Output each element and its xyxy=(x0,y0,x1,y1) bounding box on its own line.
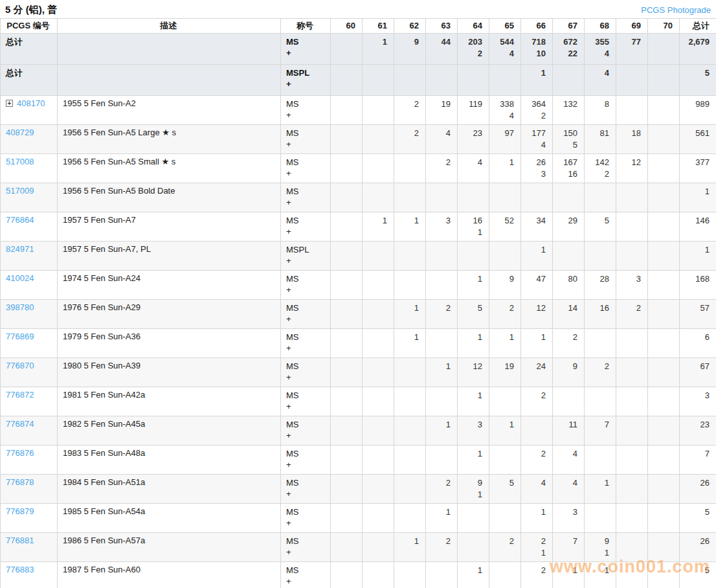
grade-cell-62: 1 xyxy=(394,212,426,242)
grade-cell-70 xyxy=(648,329,680,358)
pcgs-number-link[interactable]: 776878 xyxy=(6,477,34,487)
pcgs-number-link[interactable]: 776870 xyxy=(6,361,34,370)
grade-cell-65 xyxy=(489,504,521,533)
pcgs-number-cell: 517008 xyxy=(1,154,58,183)
description-cell: 1956 5 Fen Sun-A5 Bold Date xyxy=(58,183,281,212)
summary-row: 总计MS+19442032544471810672223554772,679 xyxy=(1,34,716,65)
grade-cell-68: 5 xyxy=(585,212,616,242)
pcgs-number-link[interactable]: 776881 xyxy=(6,536,34,545)
designation-cell: MS+ xyxy=(281,96,331,125)
grade-cell-65: 52 xyxy=(489,212,521,242)
description-cell: 1957 5 Fen Sun-A7, PL xyxy=(58,242,281,271)
grade-cell-67: 3 xyxy=(553,504,585,533)
pcgs-number-link[interactable]: 776872 xyxy=(6,390,34,400)
grade-cell-69 xyxy=(616,387,648,416)
grade-cell-66: 263 xyxy=(521,154,553,183)
total-cell: 1 xyxy=(680,242,716,271)
grade-cell-70 xyxy=(648,96,680,125)
total-cell: 1 xyxy=(680,183,716,212)
pcgs-number-link[interactable]: 776864 xyxy=(6,215,34,225)
description-cell xyxy=(58,65,281,96)
grade-cell-64: 3 xyxy=(458,416,489,446)
pcgs-number-link[interactable]: 776883 xyxy=(6,565,34,574)
grade-cell-70 xyxy=(648,212,680,242)
grade-cell-66: 12 xyxy=(521,300,553,329)
grade-cell-68: 1422 xyxy=(585,154,616,183)
pcgs-number-link[interactable]: 410024 xyxy=(6,273,34,283)
description-cell: 1976 5 Fen Sun-A29 xyxy=(58,300,281,329)
pcgs-number-link[interactable]: 776869 xyxy=(6,332,34,341)
grade-cell-64: 1 xyxy=(458,271,489,300)
pcgs-number-link[interactable]: 408170 xyxy=(17,98,45,108)
grade-cell-63: 1 xyxy=(426,504,458,533)
grade-cell-70 xyxy=(648,271,680,300)
description-cell: 1983 5 Fen Sun-A48a xyxy=(58,446,281,475)
grade-cell-61 xyxy=(363,358,394,387)
pcgs-number-link[interactable]: 824971 xyxy=(6,244,34,254)
pcgs-number-link[interactable]: 408729 xyxy=(6,128,34,137)
grade-cell-68 xyxy=(585,446,616,475)
pcgs-number-link[interactable]: 517008 xyxy=(6,157,34,166)
grade-cell-62: 1 xyxy=(394,329,426,358)
grade-cell-65: 1 xyxy=(489,329,521,358)
grade-cell-61: 1 xyxy=(363,212,394,242)
header-grade-67: 67 xyxy=(553,19,585,34)
grade-cell-62: 1 xyxy=(394,300,426,329)
table-row: +4081701955 5 Fen Sun-A2MS+2191193384364… xyxy=(1,96,716,125)
grade-cell-68: 81 xyxy=(585,125,616,154)
grade-cell-60 xyxy=(331,65,363,96)
pcgs-number-link[interactable]: 776876 xyxy=(6,448,34,458)
pcgs-number-link[interactable]: 398780 xyxy=(6,302,34,312)
grade-cell-63: 1 xyxy=(426,416,458,446)
total-cell: 989 xyxy=(680,96,716,125)
grade-cell-62 xyxy=(394,183,426,212)
expand-icon[interactable]: + xyxy=(6,100,13,107)
grade-cell-69 xyxy=(616,504,648,533)
grade-cell-63 xyxy=(426,271,458,300)
grade-cell-66: 4 xyxy=(521,475,553,504)
grade-cell-65: 2 xyxy=(489,300,521,329)
grade-cell-66: 3642 xyxy=(521,96,553,125)
grade-cell-68: 7 xyxy=(585,416,616,446)
grade-cell-69: 18 xyxy=(616,125,648,154)
grade-cell-65: 5 xyxy=(489,475,521,504)
pcgs-number-link[interactable]: 776874 xyxy=(6,419,34,429)
grade-cell-68: 1 xyxy=(585,475,616,504)
grade-cell-67: 80 xyxy=(553,271,585,300)
pcgs-number-cell: 776870 xyxy=(1,358,58,387)
grade-cell-63: 2 xyxy=(426,533,458,562)
grade-cell-65: 1 xyxy=(489,416,521,446)
total-cell: 5 xyxy=(680,504,716,533)
header-grade-62: 62 xyxy=(394,19,426,34)
grade-cell-65: 2 xyxy=(489,533,521,562)
grade-cell-70 xyxy=(648,562,680,588)
description-cell: 1956 5 Fen Sun-A5 Large ★ s xyxy=(58,125,281,154)
population-table: PCGS 编号描述称号6061626364656667686970总计 总计MS… xyxy=(0,18,716,588)
grade-cell-69 xyxy=(616,212,648,242)
grade-cell-62 xyxy=(394,242,426,271)
grade-cell-70 xyxy=(648,125,680,154)
pcgs-number-cell: 517009 xyxy=(1,183,58,212)
grade-cell-68 xyxy=(585,242,616,271)
pcgs-number-cell: 776881 xyxy=(1,533,58,562)
grade-cell-68: 4 xyxy=(585,65,616,96)
grade-cell-61 xyxy=(363,271,394,300)
table-row: 5170091956 5 Fen Sun-A5 Bold DateMS+1 xyxy=(1,183,716,212)
grade-cell-66 xyxy=(521,416,553,446)
total-cell: 146 xyxy=(680,212,716,242)
grade-cell-68 xyxy=(585,329,616,358)
pcgs-number-link[interactable]: 517009 xyxy=(6,186,34,196)
grade-cell-60 xyxy=(331,358,363,387)
summary-row: 总计MSPL+145 xyxy=(1,65,716,96)
grade-cell-67: 132 xyxy=(553,96,585,125)
pcgs-number-link[interactable]: 776879 xyxy=(6,506,34,516)
total-cell: 5 xyxy=(680,65,716,96)
pcgs-photograde-link[interactable]: PCGS Photograde xyxy=(641,5,711,15)
table-row: 7768641957 5 Fen Sun-A7MS+11316152342951… xyxy=(1,212,716,242)
header-designation: 称号 xyxy=(281,19,331,34)
grade-cell-68: 28 xyxy=(585,271,616,300)
grade-cell-69 xyxy=(616,358,648,387)
grade-cell-69 xyxy=(616,183,648,212)
description-cell: 1982 5 Fen Sun-A45a xyxy=(58,416,281,446)
grade-cell-64: 161 xyxy=(458,212,489,242)
